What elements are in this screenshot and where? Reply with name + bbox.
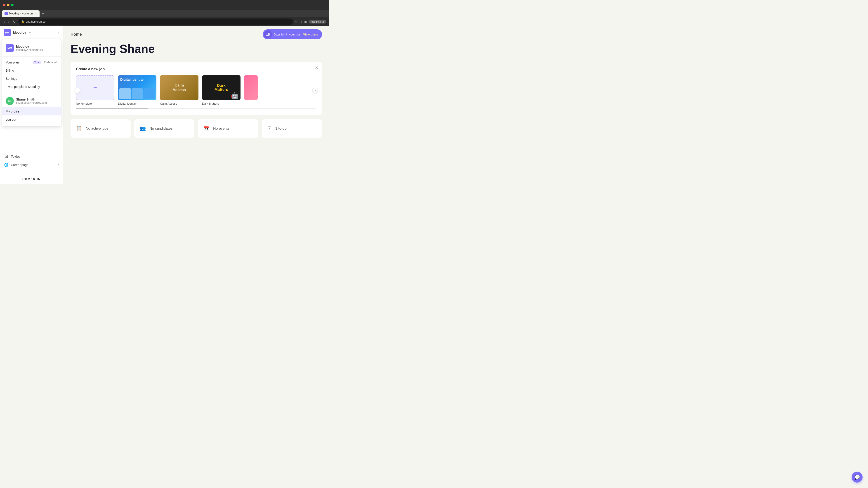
- plan-label: Your plan: [6, 61, 19, 64]
- nav-item-todos[interactable]: ☑ To-dos: [2, 152, 61, 161]
- stats-row: 📋 No active jobs 👥 No candidates 📅 No ev…: [70, 119, 322, 138]
- download-icon[interactable]: ⬇: [300, 20, 303, 24]
- tab-close-button[interactable]: ✕: [35, 12, 37, 15]
- org-domain: moodjoy2.homerun.co: [16, 48, 43, 52]
- nav-item-career-page[interactable]: 🌐 Career page ▾: [2, 161, 61, 169]
- templates-scroll-container: + No template Digital Identity: [76, 75, 316, 105]
- close-window-button[interactable]: [3, 4, 5, 6]
- templates-scrollbar[interactable]: [76, 108, 316, 109]
- tab-title: Moodjoy · Homerun: [9, 12, 33, 15]
- active-tab[interactable]: Moodjoy · Homerun ✕: [2, 10, 39, 17]
- templates-scroll: + No template Digital Identity: [76, 75, 316, 105]
- user-details: Shane Smith 5a2859ed@moodjoy.com: [16, 98, 47, 104]
- address-bar[interactable]: 🔒 app.homerun.co: [18, 19, 293, 25]
- template-thumb-digital-identity: Digital Identity: [118, 75, 156, 100]
- career-page-arrow: ▾: [58, 163, 59, 166]
- template-label-calm-access: Calm Access: [160, 102, 198, 105]
- stat-card-events[interactable]: 📅 No events: [198, 119, 258, 138]
- stat-card-jobs[interactable]: 📋 No active jobs: [70, 119, 131, 138]
- address-bar-row: ‹ › ↻ 🔒 app.homerun.co ☆ ⬇ ▣ Incognito (…: [0, 17, 329, 26]
- template-thumb-calm-access: CalmAccess: [160, 75, 198, 100]
- jobs-label: No active jobs: [86, 127, 108, 131]
- sidebar-footer: HOMERUN: [0, 177, 63, 181]
- create-job-title: Create a new job: [76, 67, 316, 71]
- template-item-calm-access[interactable]: CalmAccess Calm Access: [160, 75, 198, 105]
- my-profile-label: My profile: [6, 109, 20, 113]
- candidates-icon: 👥: [140, 126, 146, 131]
- todos-icon: ☑: [4, 154, 8, 159]
- homerun-logo: HOMERUN: [22, 177, 41, 181]
- new-tab-button[interactable]: +: [40, 11, 45, 15]
- ca-title: CalmAccess: [173, 83, 186, 92]
- sidebar-dropdown-menu: MM Moodjoy moodjoy2.homerun.co › Your pl…: [2, 39, 61, 127]
- greeting-heading: Evening Shane: [70, 42, 322, 55]
- user-email: 5a2859ed@moodjoy.com: [16, 101, 47, 104]
- templates-scroll-right-button[interactable]: ›: [312, 88, 318, 93]
- dropdown-logout-item[interactable]: Log out: [2, 116, 61, 124]
- org-details: Moodjoy moodjoy2.homerun.co: [16, 45, 43, 52]
- org-row[interactable]: MM Moodjoy moodjoy2.homerun.co ›: [2, 42, 61, 55]
- dropdown-profile-item[interactable]: My profile: [2, 107, 61, 116]
- address-bar-icons: ☆ ⬇ ▣ Incognito (2): [295, 20, 327, 24]
- template-item-digital-identity[interactable]: Digital Identity Digital Identity: [118, 75, 156, 105]
- user-row: SS Shane Smith 5a2859ed@moodjoy.com: [2, 95, 61, 107]
- sidebar-header: MM Moodjoy ▾ «: [0, 26, 63, 39]
- dropdown-billing-item[interactable]: Billing: [2, 66, 61, 74]
- bookmark-icon[interactable]: ☆: [295, 20, 298, 24]
- invite-label: Invite people to Moodjoy: [6, 85, 40, 89]
- main-body: Evening Shane Create a new job ✕ + No te…: [63, 42, 329, 184]
- browser-chrome: [0, 0, 329, 10]
- template-item-rac[interactable]: [244, 75, 258, 105]
- sidebar-brand[interactable]: MM Moodjoy ▾: [4, 29, 31, 36]
- di-title: Digital Identity: [120, 77, 144, 81]
- trial-banner: 15 Days left in your trial View plans: [263, 29, 322, 39]
- template-label-digital-identity: Digital Identity: [118, 102, 156, 105]
- template-thumb-dark-matters: DarkMatters 🤖: [202, 75, 241, 100]
- back-button[interactable]: ‹: [3, 20, 6, 24]
- todo-label: 1 to-do: [275, 127, 287, 131]
- di-photo-1: [119, 88, 131, 99]
- reload-button[interactable]: ↻: [12, 20, 17, 24]
- todos-label: To-dos: [11, 155, 20, 158]
- dropdown-divider-2: [2, 93, 61, 93]
- collapse-sidebar-button[interactable]: «: [58, 31, 59, 34]
- app-container: MM Moodjoy ▾ « MM Moodjoy moodjoy2.homer…: [0, 26, 329, 184]
- jobs-icon: 📋: [76, 126, 82, 131]
- dropdown-invite-item[interactable]: Invite people to Moodjoy: [2, 83, 61, 91]
- di-photos: [118, 88, 156, 100]
- extensions-icon[interactable]: ▣: [304, 20, 307, 24]
- settings-label: Settings: [6, 77, 17, 80]
- sidebar-nav: ☑ To-dos 🌐 Career page ▾: [0, 151, 63, 171]
- stat-card-todos[interactable]: ☑ 1 to-do: [262, 119, 322, 138]
- events-icon: 📅: [204, 126, 210, 131]
- brand-dropdown-arrow: ▾: [29, 31, 31, 34]
- templates-scrollbar-thumb: [76, 108, 148, 109]
- org-info: MM Moodjoy moodjoy2.homerun.co: [6, 44, 43, 52]
- career-page-icon: 🌐: [4, 163, 8, 167]
- trial-badge: Trial: [33, 61, 41, 64]
- stat-card-candidates[interactable]: 👥 No candidates: [134, 119, 194, 138]
- view-plans-link[interactable]: View plans: [302, 33, 322, 36]
- di-photo-3: [144, 88, 155, 99]
- template-thumb-blank: +: [76, 75, 114, 100]
- minimize-window-button[interactable]: [7, 4, 9, 6]
- templates-scroll-left-button[interactable]: ‹: [74, 88, 80, 93]
- incognito-badge[interactable]: Incognito (2): [309, 20, 327, 24]
- close-create-job-button[interactable]: ✕: [315, 65, 318, 70]
- log-out-label: Log out: [6, 118, 16, 121]
- tab-bar: Moodjoy · Homerun ✕ +: [0, 10, 329, 17]
- template-item-blank[interactable]: + No template: [76, 75, 114, 105]
- template-label-blank: No template: [76, 102, 114, 105]
- org-chevron-icon: ›: [57, 46, 57, 50]
- dropdown-plan-item[interactable]: Your plan Trial 15 days left: [2, 58, 61, 66]
- maximize-window-button[interactable]: [11, 4, 13, 6]
- forward-button[interactable]: ›: [7, 20, 10, 24]
- dropdown-settings-item[interactable]: Settings: [2, 74, 61, 83]
- todo-icon: ☑: [267, 126, 272, 131]
- brand-name: Moodjoy: [13, 31, 26, 34]
- days-left-text: 15 days left: [43, 61, 57, 64]
- page-title: Home: [70, 32, 82, 37]
- url-display: app.homerun.co: [26, 20, 45, 23]
- dm-figure-icon: 🤖: [231, 92, 239, 99]
- template-item-dark-matters[interactable]: DarkMatters 🤖 Dark Matters: [202, 75, 241, 105]
